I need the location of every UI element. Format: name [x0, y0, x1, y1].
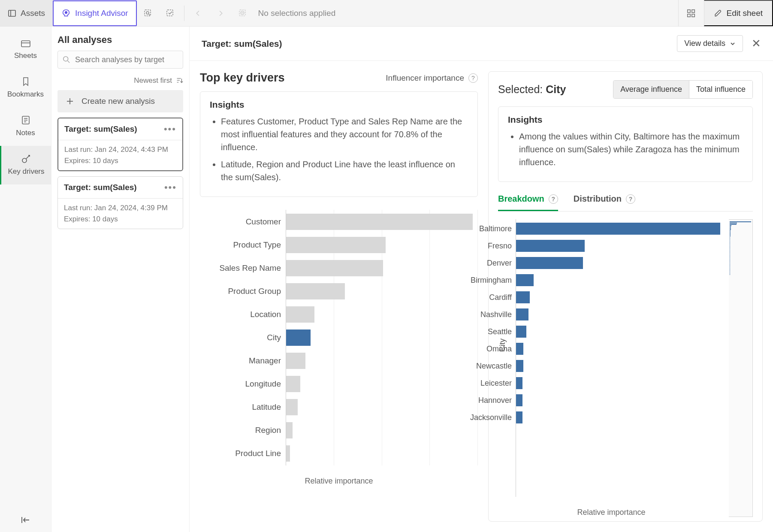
total-influence-button[interactable]: Total influence [689, 81, 752, 98]
plus-icon [64, 96, 75, 107]
selections-tool-icon[interactable] [162, 5, 179, 22]
bar-fill [286, 283, 345, 299]
svg-point-20 [22, 158, 27, 163]
search-analyses-input[interactable] [57, 51, 183, 69]
bar-label: Baltimore [479, 224, 516, 233]
minimap-scroll[interactable] [729, 219, 753, 517]
breakdown-chart[interactable]: City BaltimoreFresnoDenverBirminghamCard… [498, 219, 753, 517]
assets-button[interactable]: Assets [0, 0, 53, 26]
avg-influence-button[interactable]: Average influence [613, 81, 689, 98]
bar-row[interactable]: Latitude [286, 398, 478, 417]
bar-row[interactable]: Manager [286, 351, 478, 370]
selected-panel: Selected: City Average influence Total i… [488, 71, 763, 522]
analysis-card-0[interactable]: Target: sum(Sales) ••• Last run: Jan 24,… [57, 118, 183, 171]
analysis-last-run: Last run: Jan 24, 2024, 4:39 PM [64, 204, 177, 212]
svg-rect-13 [692, 14, 694, 16]
layout-grid-icon[interactable] [678, 0, 704, 26]
key-drivers-chart[interactable]: CustomerProduct TypeSales Rep NameProduc… [200, 210, 478, 522]
close-button[interactable]: ✕ [752, 37, 761, 50]
bar-row[interactable]: Baltimore [516, 221, 725, 236]
bar-row[interactable]: Hannover [516, 393, 725, 408]
bar-fill [516, 360, 523, 372]
bar-fill [286, 399, 298, 415]
view-details-button[interactable]: View details [677, 35, 743, 52]
bar-fill [516, 240, 585, 252]
bar-label: Fresno [488, 242, 516, 251]
bar-fill [516, 291, 530, 303]
bar-label: Cardiff [489, 293, 516, 302]
bar-fill [516, 343, 523, 355]
insight-item: Features Customer, Product Type and Sale… [221, 115, 468, 154]
tab-distribution[interactable]: Distribution ? [574, 190, 635, 211]
advisor-label: Insight Advisor [75, 9, 128, 18]
insight-advisor-button[interactable]: Insight Advisor [53, 0, 137, 26]
bar-row[interactable]: Birmingham [516, 272, 725, 288]
bar-row[interactable]: Leicester [516, 375, 725, 391]
bar-row[interactable]: City [286, 328, 478, 347]
influence-toggle: Average influence Total influence [613, 80, 753, 99]
nav-key-drivers[interactable]: Key drivers [0, 146, 51, 184]
bar-row[interactable]: Omaha [516, 341, 725, 357]
main-content: Target: sum(Sales) View details ✕ Top ke… [190, 27, 773, 532]
bar-row[interactable]: Cardiff [516, 290, 725, 305]
target-label: Target: sum(Sales) [202, 39, 282, 49]
more-actions-icon[interactable]: ••• [164, 182, 177, 193]
help-icon[interactable]: ? [626, 194, 635, 204]
bar-row[interactable]: Location [286, 305, 478, 324]
bar-row[interactable]: Nashville [516, 307, 725, 322]
tab-breakdown[interactable]: Breakdown ? [498, 190, 558, 211]
svg-rect-12 [688, 14, 690, 16]
bar-row[interactable]: Region [286, 421, 478, 440]
help-icon[interactable]: ? [549, 194, 558, 204]
bar-row[interactable]: Product Line [286, 444, 478, 463]
step-forward-icon[interactable] [212, 5, 229, 22]
smart-search-icon[interactable] [139, 5, 157, 22]
bar-label: Product Line [235, 449, 286, 458]
bar-row[interactable]: Denver [516, 255, 725, 271]
notes-icon [21, 115, 30, 125]
sort-row[interactable]: Newest first [57, 76, 183, 85]
bar-label: Seattle [488, 327, 516, 336]
help-icon[interactable]: ? [468, 73, 478, 83]
bar-row[interactable]: Seattle [516, 324, 725, 339]
bar-label: Hannover [478, 396, 516, 405]
bar-row[interactable]: Fresno [516, 238, 725, 254]
influencer-importance[interactable]: Influencer importance ? [386, 73, 478, 83]
nav-notes[interactable]: Notes [0, 107, 51, 146]
bar-row[interactable]: Product Type [286, 236, 478, 254]
nav-notes-label: Notes [16, 129, 35, 137]
bar-fill [286, 445, 290, 462]
key-drivers-title: Top key drivers [200, 71, 285, 85]
edit-sheet-button[interactable]: Edit sheet [704, 0, 773, 26]
bar-fill [286, 260, 383, 276]
nav-bookmarks[interactable]: Bookmarks [0, 69, 51, 107]
step-back-icon[interactable] [190, 5, 207, 22]
bar-row[interactable]: Customer [286, 212, 478, 231]
svg-line-5 [149, 14, 150, 15]
bar-fill [286, 422, 293, 438]
bar-label: Longitude [245, 379, 286, 389]
analysis-last-run: Last run: Jan 24, 2024, 4:43 PM [64, 145, 176, 154]
bar-label: Region [255, 426, 286, 435]
bar-fill [516, 394, 522, 406]
bar-row[interactable]: Product Group [286, 282, 478, 301]
bar-label: Denver [487, 259, 516, 268]
edit-sheet-label: Edit sheet [727, 9, 763, 18]
bar-fill [516, 377, 522, 389]
svg-point-4 [146, 12, 149, 14]
bar-row[interactable]: Jacksonville [516, 410, 725, 425]
bar-row[interactable]: Longitude [286, 375, 478, 393]
clear-selections-icon[interactable] [234, 5, 251, 22]
bar-fill [286, 329, 311, 346]
bar-row[interactable]: Sales Rep Name [286, 259, 478, 278]
analysis-card-1[interactable]: Target: sum(Sales) ••• Last run: Jan 24,… [57, 176, 183, 229]
close-icon: ✕ [752, 37, 761, 50]
more-actions-icon[interactable]: ••• [164, 124, 176, 135]
bar-row[interactable]: Newcastle [516, 358, 725, 374]
bar-fill [516, 223, 720, 235]
collapse-nav-button[interactable] [0, 508, 51, 532]
influencer-importance-label: Influencer importance [386, 73, 464, 83]
main-header: Target: sum(Sales) View details ✕ [190, 27, 773, 61]
nav-sheets[interactable]: Sheets [0, 32, 51, 69]
create-analysis-button[interactable]: Create new analysis [57, 90, 183, 112]
